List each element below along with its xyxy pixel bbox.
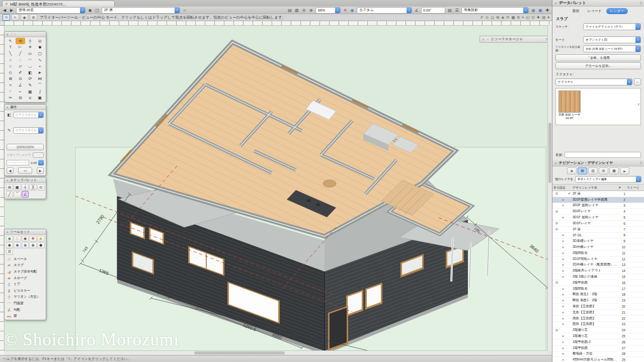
visibility-off-icon[interactable]: ✕ [560, 245, 566, 249]
toolset-tool[interactable]: ▯ ドア [6, 281, 45, 288]
toolset-tool[interactable]: ┼ マリオン（方立） [6, 294, 45, 301]
visibility-off-icon[interactable]: ✕ [560, 299, 566, 302]
palette-header[interactable]: ✕ ツールセット [5, 229, 46, 235]
visibility-off-icon[interactable]: ✕ [560, 239, 566, 243]
tool-button[interactable]: ╱ [16, 50, 26, 57]
remove-texture-button[interactable]: − [634, 78, 641, 85]
name-input[interactable] [565, 152, 641, 158]
tool-button[interactable]: ⟲ [16, 38, 26, 44]
tool-button[interactable]: ▢ [35, 50, 45, 57]
snap-button[interactable]: ▣ [14, 184, 21, 191]
close-icon[interactable]: ✕ [6, 33, 9, 36]
tool-button[interactable]: T [6, 44, 16, 51]
tool-button[interactable]: ◎ [35, 38, 45, 44]
visibility-off-icon[interactable]: ✕ [560, 204, 566, 207]
minimize-icon[interactable]: − [487, 38, 489, 41]
active-class-dropdown[interactable]: 壁等-外装↕ [16, 7, 86, 14]
design-layer-row[interactable]: ⊙ ✕ ✓ 3D2Fレイヤ 4 [552, 209, 644, 215]
tool-button[interactable]: ↖ [6, 38, 16, 44]
design-layer-row[interactable]: ⊙ ✕ ✓ 東面【立面図】 20 [552, 304, 644, 310]
visibility-off-icon[interactable]: ✕ [560, 311, 566, 314]
navigation-tab-button[interactable]: ▤ [578, 167, 587, 174]
rotation-angle-field[interactable]: 0.00° [421, 7, 445, 14]
modebar-tool-icon[interactable]: ⧉ [517, 15, 520, 20]
palette-header[interactable]: ✕ スナップパレット [5, 177, 46, 183]
design-layer-row[interactable]: ⊙ ✕ ✓ 西面【立面図】 23 [552, 322, 644, 328]
visibility-off-icon[interactable]: ✕ [560, 305, 566, 308]
snap-button[interactable]: ∠ [22, 191, 29, 198]
fill-bucket-icon[interactable]: ◧ [7, 113, 12, 117]
layer-options-icon[interactable]: ∩ [182, 8, 187, 13]
toolset-category-button[interactable]: ◆ [37, 242, 45, 248]
tool-button[interactable]: ⌐ [16, 88, 26, 95]
visibility-off-icon[interactable]: ✕ [560, 346, 566, 350]
navigation-header[interactable]: ✕ ナビゲーション・デザインレイヤ ? [552, 160, 644, 166]
design-layer-row[interactable]: ⊙ ✕ ✓ 敷地線・方位 28 [552, 351, 644, 357]
tab-record[interactable]: レコード [584, 8, 606, 14]
visibility-off-icon[interactable]: ✕ [560, 233, 566, 237]
design-layer-row[interactable]: ⊙ ✕ ✓ 3D外構レイヤ 10 [552, 244, 644, 250]
pen-icon[interactable]: ✎ [7, 128, 12, 133]
design-layer-row[interactable]: ⊙ ✕ ✓ 2階間取名 11 [552, 250, 644, 256]
tool-button[interactable]: ◌ [16, 57, 26, 63]
modebar-tool-icon[interactable]: ▤ [542, 15, 545, 20]
design-layer-row[interactable]: ⊙ ✕ ✓ 2階通り芯 24 [552, 327, 644, 333]
vertical-scrollbar[interactable] [547, 25, 552, 351]
tool-button[interactable]: • [35, 63, 45, 69]
mode-button[interactable]: ⊞ [30, 14, 37, 21]
toolset-tool[interactable]: ◠ 円弧壁 [6, 300, 45, 307]
tool-button[interactable]: ⊢ [16, 44, 26, 51]
design-layer-row[interactable]: ⊙ ✕ ✓ 2D1F間取レイヤ 12 [552, 256, 644, 262]
toolset-tool[interactable]: ▰ スロープ [6, 275, 45, 282]
modebar-tool-icon[interactable]: ◈ [502, 15, 505, 20]
snap-button[interactable]: ⊞ [6, 184, 14, 191]
modebar-tool-icon[interactable]: ◰ [526, 15, 529, 20]
page-icon[interactable]: ▤ [287, 8, 292, 13]
help-icon[interactable]: ? [640, 1, 642, 6]
modebar-tool-icon[interactable]: ▾ [547, 15, 549, 20]
toolset-category-button[interactable]: ◆ [6, 236, 14, 242]
camera-icon[interactable]: ▣ [538, 8, 543, 13]
visibility-off-icon[interactable]: ✕ [560, 322, 566, 326]
mode-button[interactable]: ◉ [21, 14, 28, 21]
modebar-tool-icon[interactable]: ⟳ [506, 15, 509, 20]
tool-button[interactable]: ≈ [6, 82, 16, 88]
tool-button[interactable]: ⟳ [25, 76, 35, 82]
fill-style-dropdown[interactable]: クラススタイル↕ [13, 112, 44, 118]
design-layer-row[interactable]: ⊙ ✕ ✓ 1階平面図-2 26 [552, 339, 644, 345]
modebar-tool-icon[interactable]: ⊙ [486, 15, 489, 20]
toolset-category-button[interactable]: ◆ [22, 236, 29, 242]
resize-handle-icon[interactable]: ⇕ [637, 103, 640, 107]
toolset-category-button[interactable]: ◆ [29, 242, 37, 248]
texture-dropdown[interactable]: テクスチャ↕ [555, 78, 632, 85]
design-layer-row[interactable]: ⊙ ✕ ✓ 1階平面図 27 [552, 345, 644, 351]
modebar-tool-icon[interactable]: ⊞ [496, 15, 499, 20]
toolset-category-button[interactable]: ◇ [14, 236, 21, 242]
class-visibility-icon[interactable]: ▢ [95, 8, 100, 13]
tool-button[interactable]: ▱ [16, 63, 26, 69]
visibility-off-icon[interactable]: ✕ [560, 287, 566, 291]
design-layer-row[interactable]: ⊙ ✕ ✓ 455mm方眼モジュール間取… 29 [552, 357, 644, 362]
visibility-off-icon[interactable]: ✕ [560, 352, 566, 355]
visibility-off-icon[interactable]: ✕ [560, 340, 566, 344]
visibility-off-icon[interactable]: ✕ [560, 334, 566, 338]
design-layer-row[interactable]: ⊙ ✕ ✓ 断面 東西1・2階 19 [552, 298, 644, 304]
modebar-tool-icon[interactable]: ✐ [480, 15, 484, 20]
scrollbar-thumb[interactable] [548, 123, 551, 183]
tool-button[interactable]: ✎ [25, 82, 35, 88]
tool-button[interactable]: ⌒ [35, 82, 45, 88]
modebar-tool-icon[interactable]: ⊡ [532, 15, 535, 20]
visibility-off-icon[interactable]: ✕ [560, 257, 566, 261]
design-layer-row[interactable]: ⊙ ✕ ✓ 2階平面図 16 [552, 280, 644, 286]
palette-header[interactable]: ✕ 属性 [5, 105, 46, 110]
snap-button[interactable]: ╱ [6, 191, 14, 198]
pen-style-dropdown[interactable]: クラススタイル↕ [13, 127, 44, 134]
marker-style-button[interactable]: ▭ [18, 167, 32, 174]
help-icon[interactable]: ? [640, 161, 642, 165]
sketch-dropdown[interactable]: ファイルデフォルト (ラフ)↕ [583, 23, 641, 30]
render-style-icon[interactable]: ❖ [343, 8, 348, 13]
toolset-category-button[interactable]: ◆ [6, 242, 14, 248]
tool-button[interactable]: ▦ [25, 88, 35, 95]
tool-button[interactable]: ▣ [35, 95, 45, 101]
design-layer-row[interactable]: ⊙ ✕ ✓ 1F 床 7 [552, 227, 644, 233]
